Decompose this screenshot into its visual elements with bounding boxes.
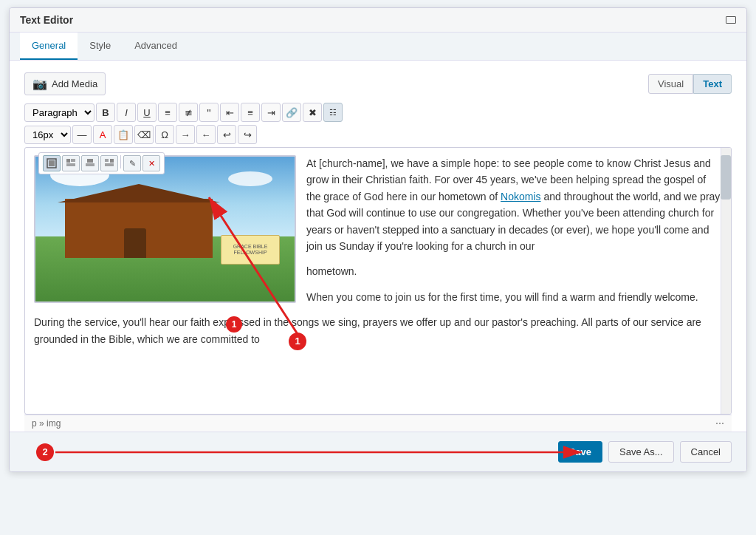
svg-rect-10	[110, 159, 114, 163]
editor-path: p » img	[32, 418, 61, 429]
visual-button[interactable]: Visual	[648, 74, 693, 94]
img-remove-button[interactable]: ✕	[142, 155, 160, 171]
img-align-center-button[interactable]	[81, 155, 99, 171]
font-size-select[interactable]: 16px 12px 14px 18px 24px	[24, 126, 71, 144]
image-float-wrap: ✎ ✕	[34, 155, 296, 303]
italic-button[interactable]: I	[117, 103, 136, 122]
save-button[interactable]: Save	[558, 441, 602, 463]
bold-button[interactable]: B	[96, 103, 115, 122]
align-center-button[interactable]: ≡	[241, 103, 260, 122]
img-edit-button[interactable]: ✎	[123, 155, 141, 171]
format-select[interactable]: Paragraph Heading 1 Heading 2	[24, 103, 94, 122]
svg-rect-2	[66, 159, 70, 163]
add-media-button[interactable]: 📷 Add Media	[24, 72, 106, 95]
editor-wrap: 📷 Add Media Visual Text Paragraph Headin…	[10, 61, 746, 432]
title-bar: Text Editor	[10, 8, 746, 33]
annotation-arrow-2: 2	[32, 437, 593, 467]
blockquote-button[interactable]: "	[199, 103, 219, 122]
annotation-circle-1: 1	[226, 316, 242, 333]
resize-handle[interactable]: ⋯	[715, 418, 724, 429]
cloud2	[228, 171, 272, 186]
minimize-icon[interactable]	[726, 16, 736, 24]
image-toolbar: ✎ ✕	[38, 152, 165, 174]
paragraph-3: During the service, you'll hear our fait…	[34, 314, 722, 347]
window-title: Text Editor	[20, 14, 73, 26]
editor-area[interactable]: ✎ ✕	[24, 147, 732, 415]
unlink-button[interactable]: ✖	[303, 103, 322, 122]
church-sign: GRACE BIBLE FELLOWSHIP	[221, 235, 280, 279]
add-media-icon: 📷	[32, 77, 47, 91]
undo-button[interactable]: ↩	[217, 125, 236, 144]
svg-text:2: 2	[42, 446, 47, 457]
link-button[interactable]: 🔗	[282, 103, 301, 122]
clear-format-button[interactable]: ⌫	[134, 125, 154, 144]
tab-general[interactable]: General	[20, 33, 78, 60]
nokomis-link[interactable]: Nokomis	[501, 191, 540, 202]
font-color-button[interactable]: A	[93, 125, 112, 144]
text-editor-window: Text Editor General Style Advanced 📷 Add…	[9, 7, 747, 472]
church-building	[65, 199, 213, 258]
scrollbar-track[interactable]	[721, 148, 731, 414]
tab-style[interactable]: Style	[78, 33, 123, 60]
editor-content[interactable]: ✎ ✕	[25, 148, 731, 414]
save-as-button[interactable]: Save As...	[608, 441, 674, 463]
visual-text-toggle: Visual Text	[648, 74, 732, 94]
add-media-row: 📷 Add Media Visual Text	[24, 72, 732, 95]
hr-button[interactable]: ―	[72, 125, 92, 144]
unordered-list-button[interactable]: ≡	[158, 103, 177, 122]
toolbar-row2: 16px 12px 14px 18px 24px ― A 📋 ⌫ Ω → ← ↩…	[24, 125, 732, 144]
bottom-bar: 2 Save Save As... Cancel	[10, 432, 746, 471]
img-align-right-button[interactable]	[100, 155, 118, 171]
indent-button[interactable]: →	[176, 125, 195, 144]
editor-outer: ✎ ✕	[24, 147, 732, 415]
ordered-list-button[interactable]: ≢	[179, 103, 198, 122]
underline-button[interactable]: U	[137, 103, 157, 122]
align-left-button[interactable]: ⇤	[220, 103, 239, 122]
text-button[interactable]: Text	[693, 74, 732, 94]
svg-rect-7	[87, 159, 93, 163]
sign-text: GRACE BIBLE FELLOWSHIP	[221, 235, 280, 265]
svg-rect-1	[49, 160, 55, 166]
svg-point-20	[36, 443, 54, 461]
img-align-left-button[interactable]	[62, 155, 80, 171]
toolbar-toggle-button[interactable]: ☷	[323, 103, 343, 122]
outdent-button[interactable]: ←	[196, 125, 216, 144]
img-align-full-button[interactable]	[43, 155, 61, 171]
tab-advanced[interactable]: Advanced	[123, 33, 189, 60]
add-media-label: Add Media	[52, 78, 97, 89]
paste-button[interactable]: 📋	[114, 125, 133, 144]
church-image: GRACE BIBLE FELLOWSHIP	[34, 155, 296, 303]
statusbar: p » img ⋯	[24, 415, 732, 432]
img-tb-separator	[120, 155, 121, 168]
toolbar-row1: Paragraph Heading 1 Heading 2 B I U ≡ ≢ …	[24, 103, 732, 122]
redo-button[interactable]: ↪	[238, 125, 257, 144]
scrollbar-thumb[interactable]	[721, 155, 731, 200]
omega-button[interactable]: Ω	[155, 125, 174, 144]
align-right-button[interactable]: ⇥	[261, 103, 281, 122]
cancel-button[interactable]: Cancel	[680, 441, 732, 463]
tabs-bar: General Style Advanced	[10, 33, 746, 61]
